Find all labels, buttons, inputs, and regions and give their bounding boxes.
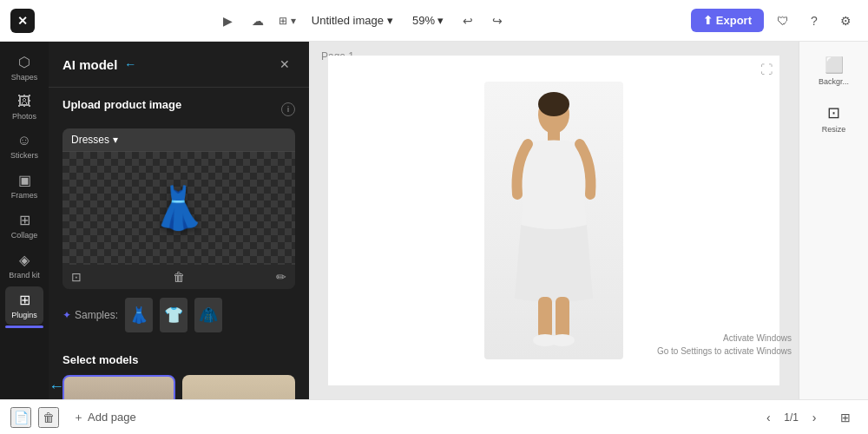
dress-preview: 👗 [153, 184, 205, 233]
redo-btn[interactable]: ↪ [485, 9, 510, 33]
upload-actions: ⊡ 🗑 ✏ [62, 265, 295, 289]
models-title: Select models [62, 353, 295, 366]
model-card-1[interactable]: 🧍 [62, 375, 175, 399]
page-title-btn[interactable]: Untitled image ▾ [305, 10, 400, 30]
toolbar-center: ▶ ☁ ⊞ ▾ Untitled image ▾ 59% ▾ ↩ ↪ [42, 9, 684, 33]
ai-panel-close-btn[interactable]: ✕ [274, 54, 295, 75]
export-label: Export [716, 14, 752, 27]
export-button[interactable]: ⬆ Export [691, 9, 764, 32]
sidebar-item-collage[interactable]: ⊞ Collage [5, 207, 43, 245]
upload-dropdown[interactable]: Dresses ▾ [62, 128, 295, 152]
activate-windows-notice: Activate WindowsGo to Settings to activa… [657, 332, 792, 358]
ai-model-panel: AI model ← ✕ Upload product image i Dres… [49, 42, 309, 399]
sidebar-item-stickers[interactable]: ☺ Stickers [5, 128, 43, 165]
photos-icon: 🖼 [17, 94, 31, 109]
ai-panel-title-text: AI model [62, 57, 117, 72]
page-next-btn[interactable]: › [802, 405, 826, 430]
page-nav: ‹ 1/1 › [756, 405, 826, 430]
shield-icon-btn[interactable]: 🛡 [771, 9, 795, 33]
svg-rect-3 [538, 297, 552, 339]
plugins-icon: ⊞ [19, 292, 30, 308]
right-panel-background[interactable]: ⬜ Backgr... [806, 49, 862, 93]
models-grid: 🧍 🧍‍♀️ 🧍 🧍 ● Free [62, 375, 295, 399]
page-prev-btn[interactable]: ‹ [756, 405, 780, 430]
help-icon-btn[interactable]: ? [802, 9, 826, 33]
top-toolbar: ✕ ▶ ☁ ⊞ ▾ Untitled image ▾ 59% ▾ ↩ ↪ ⬆ E… [0, 0, 868, 42]
resize-label: Resize [822, 125, 846, 134]
zoom-chevron: ▾ [437, 14, 444, 27]
undo-btn[interactable]: ↩ [456, 9, 480, 33]
edit-action-icon[interactable]: ✏ [276, 270, 286, 284]
bottom-delete-icon[interactable]: 🗑 [38, 407, 59, 428]
bottom-right: ‹ 1/1 › ⊞ [756, 405, 858, 430]
svg-rect-4 [556, 297, 569, 339]
sidebar-label-photos: Photos [12, 112, 36, 121]
sidebar-label-brand-kit: Brand kit [9, 271, 40, 279]
sidebar-label-collage: Collage [11, 231, 38, 240]
svg-point-6 [550, 334, 575, 346]
upload-section: Upload product image i Dresses ▾ 👗 ⊡ 🗑 ✏ [49, 88, 309, 343]
left-sidebar: ⬡ Shapes 🖼 Photos ☺ Stickers ▣ Frames ⊞ … [0, 42, 49, 399]
sidebar-label-stickers: Stickers [10, 151, 38, 160]
toolbar-right: ⬆ Export 🛡 ? ⚙ [691, 9, 858, 33]
page-indicator: 1/1 [784, 411, 799, 424]
sample-thumb-3[interactable]: 🧥 [194, 298, 222, 332]
select-tool-btn[interactable]: ▶ [216, 9, 240, 33]
background-icon: ⬜ [825, 56, 844, 75]
sidebar-item-shapes[interactable]: ⬡ Shapes [5, 49, 43, 87]
sample-thumb-1[interactable]: 👗 [125, 298, 153, 332]
shapes-icon: ⬡ [18, 54, 30, 70]
page-title-chevron: ▾ [387, 14, 393, 27]
page-title-text: Untitled image [312, 14, 384, 27]
canvas-expand-icon[interactable]: ⛶ [760, 62, 773, 76]
zoom-btn[interactable]: 59% ▾ [405, 10, 450, 30]
cloud-btn[interactable]: ☁ [246, 9, 270, 33]
model-svg [493, 90, 615, 351]
upload-image-area[interactable]: 👗 [62, 152, 295, 265]
sidebar-label-shapes: Shapes [11, 73, 38, 82]
sidebar-item-plugins[interactable]: ⊞ Plugins [5, 286, 43, 325]
page-grid-btn[interactable]: ⊞ [833, 405, 858, 430]
toolbar-left: ✕ [10, 9, 35, 33]
models-section: Select models 🧍 🧍‍♀️ 🧍 🧍 ● Free [49, 343, 309, 399]
info-icon[interactable]: i [281, 102, 295, 116]
main-layout: ⬡ Shapes 🖼 Photos ☺ Stickers ▣ Frames ⊞ … [0, 42, 868, 399]
sidebar-item-brand-kit[interactable]: ◈ Brand kit [5, 247, 43, 285]
resize-icon: ⊡ [827, 103, 840, 122]
upload-title-row: Upload product image i [62, 98, 295, 120]
sidebar-label-plugins: Plugins [11, 311, 37, 319]
model-card-2[interactable]: 🧍‍♀️ [182, 375, 295, 399]
zoom-value: 59% [412, 14, 435, 27]
brand-kit-icon: ◈ [19, 252, 30, 268]
sidebar-item-frames[interactable]: ▣ Frames [5, 167, 43, 205]
add-page-icon: ＋ [73, 410, 84, 425]
samples-label: ✦ Samples: [62, 309, 118, 321]
model-figure [484, 82, 623, 359]
add-page-label: Add page [88, 411, 136, 424]
background-label: Backgr... [819, 77, 849, 86]
dropdown-label: Dresses [71, 134, 109, 146]
upload-title: Upload product image [62, 98, 181, 111]
bottom-page-icon[interactable]: 📄 [10, 407, 31, 428]
grid-btn[interactable]: ⊞ ▾ [275, 9, 299, 33]
dropdown-chevron: ▾ [113, 134, 118, 146]
right-panel-resize[interactable]: ⊡ Resize [806, 96, 862, 141]
settings-icon-btn[interactable]: ⚙ [833, 9, 858, 33]
ai-panel-arrow: ← [124, 57, 136, 71]
app-logo[interactable]: ✕ [10, 9, 35, 33]
sample-thumb-2[interactable]: 👕 [160, 298, 187, 332]
samples-row: ✦ Samples: 👗 👕 🧥 [62, 298, 295, 332]
right-panel: ⬜ Backgr... ⊡ Resize [799, 42, 868, 399]
delete-action-icon[interactable]: 🗑 [173, 270, 185, 284]
resize-action-icon[interactable]: ⊡ [71, 270, 82, 284]
canvas-area: Page 1 ⛶ [309, 42, 799, 399]
ai-panel-header: AI model ← ✕ [49, 42, 309, 88]
svg-point-1 [538, 92, 569, 116]
sidebar-item-photos[interactable]: 🖼 Photos [5, 89, 43, 126]
add-page-button[interactable]: ＋ Add page [66, 406, 143, 429]
sidebar-label-frames: Frames [11, 191, 38, 200]
upload-area: Dresses ▾ 👗 ⊡ 🗑 ✏ [62, 128, 295, 289]
activate-windows-text: Activate WindowsGo to Settings to activa… [657, 332, 792, 358]
bottom-bar: 📄 🗑 ＋ Add page ‹ 1/1 › ⊞ [0, 399, 868, 434]
collage-icon: ⊞ [19, 212, 30, 228]
